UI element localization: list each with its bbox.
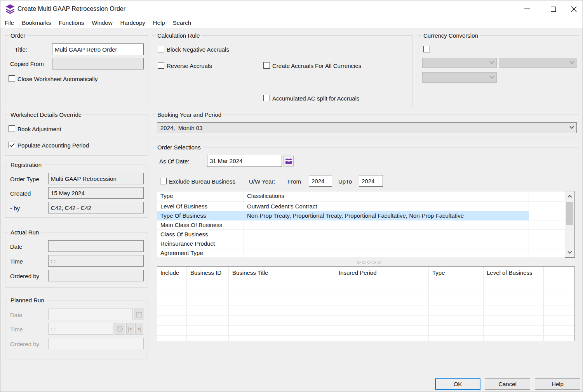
planned-run-legend: Planned Run <box>9 297 46 304</box>
column-header-business-id: Business ID <box>190 269 221 276</box>
cell-empty <box>529 202 565 211</box>
help-button[interactable]: Help <box>535 378 580 390</box>
table-row-type-of-business[interactable]: Type Of Business Non-Prop Treaty, Propor… <box>157 211 574 220</box>
column-header-insured-period: Insured Period <box>339 269 377 276</box>
book-adjustment-label[interactable]: Book Adjustment <box>17 126 61 132</box>
order-group: Order Title: Copied From Close Worksheet… <box>5 35 148 107</box>
worksheet-details-legend: Worksheet Details Override <box>9 111 84 118</box>
chevron-down-icon <box>489 60 494 64</box>
calculation-rule-legend: Calculation Rule <box>155 32 202 39</box>
booking-year-period-dropdown[interactable]: 2024, Month 03 <box>157 122 577 133</box>
close-worksheet-checkbox[interactable] <box>9 75 15 82</box>
scroll-down-button[interactable] <box>565 248 574 257</box>
chevron-down-icon <box>567 250 572 254</box>
uw-year-upto-input[interactable] <box>359 175 383 187</box>
created-field: 15 May 2024 <box>48 187 144 199</box>
cell-classifications <box>244 220 529 230</box>
row-divider <box>157 295 574 295</box>
classification-table-scrollbar[interactable] <box>565 191 574 257</box>
column-divider <box>543 267 544 341</box>
cell-type: Level Of Business <box>157 202 244 211</box>
actual-run-ordered-by-field <box>48 270 144 281</box>
order-type-field: Multi GAAP Retrocession <box>48 173 144 184</box>
menu-search[interactable]: Search <box>169 18 195 28</box>
as-of-date-picker-button[interactable] <box>284 156 294 167</box>
cell-type: Agreement Type <box>157 248 244 258</box>
column-divider <box>228 267 229 341</box>
exclude-bureau-business-label[interactable]: Exclude Bureau Business <box>169 178 235 185</box>
accumulated-ac-split-label[interactable]: Accumulated AC split for Accruals <box>272 95 359 102</box>
business-table: Include Business ID Business Title Insur… <box>157 266 575 341</box>
created-by-label: - by <box>10 205 20 212</box>
planned-run-time-start-button: |< <box>126 323 134 335</box>
cell-type: Type Of Business <box>157 211 244 220</box>
exclude-bureau-business-checkbox[interactable] <box>160 178 167 184</box>
planned-run-time-end-button: >| <box>135 323 143 335</box>
dialog-create-multi-gaap-retrocession-order: Create Multi GAAP Retrocession Order Fil… <box>0 0 583 392</box>
scrollbar-thumb[interactable] <box>566 202 573 225</box>
column-header-business-title: Business Title <box>232 269 268 276</box>
currency-dropdown-1 <box>422 58 497 68</box>
menu-help[interactable]: Help <box>149 18 169 28</box>
scroll-up-button[interactable] <box>565 191 574 201</box>
minimize-icon <box>524 9 530 9</box>
splitter-grip[interactable] <box>356 261 381 264</box>
accumulated-ac-split-checkbox[interactable] <box>263 95 270 101</box>
populate-accounting-period-label[interactable]: Populate Accounting Period <box>17 142 89 149</box>
calendar-icon <box>136 312 142 317</box>
table-row-class-of-business[interactable]: Class Of Business <box>157 230 574 239</box>
title-input[interactable] <box>52 43 144 55</box>
grip-dot-icon <box>372 261 376 264</box>
reverse-accruals-label[interactable]: Reverse Accruals <box>167 62 212 69</box>
table-row-level-of-business[interactable]: Level Of Business Outward Cedent's Contr… <box>157 202 574 211</box>
menu-bookmarks[interactable]: Bookmarks <box>18 18 55 28</box>
cell-classifications: Non-Prop Treaty, Proportional Treaty, Pr… <box>244 211 529 220</box>
table-row-main-class-of-business[interactable]: Main Class Of Business <box>157 220 574 230</box>
table-row-reinsurance-product[interactable]: Reinsurance Product <box>157 239 574 248</box>
grip-dot-icon <box>378 261 381 264</box>
menu-hardcopy[interactable]: Hardcopy <box>117 18 149 28</box>
window-title: Create Multi GAAP Retrocession Order <box>17 5 125 12</box>
minimize-button[interactable] <box>518 0 536 17</box>
chevron-down-icon <box>570 60 574 64</box>
uw-year-from-input[interactable] <box>309 175 332 187</box>
calendar-icon <box>285 158 292 165</box>
menu-functions[interactable]: Functions <box>55 18 88 28</box>
planned-run-ordered-by-label: Ordered by <box>10 341 39 347</box>
actual-run-date-label: Date <box>10 243 23 250</box>
create-accruals-all-currencies-checkbox[interactable] <box>263 62 270 69</box>
order-group-legend: Order <box>9 32 27 39</box>
actual-run-time-label: Time <box>10 258 23 265</box>
actual-run-legend: Actual Run <box>9 229 41 236</box>
menu-window[interactable]: Window <box>88 18 116 28</box>
column-divider <box>186 267 187 341</box>
planned-run-time-label: Time <box>10 326 23 333</box>
column-divider <box>483 267 484 341</box>
classification-table-header: Type Classifications <box>157 191 574 202</box>
cell-empty <box>529 230 565 239</box>
close-button[interactable] <box>565 0 583 17</box>
reverse-accruals-checkbox[interactable] <box>158 62 164 69</box>
maximize-button[interactable] <box>544 0 562 17</box>
planned-run-date-label: Date <box>10 312 23 318</box>
create-accruals-all-currencies-label[interactable]: Create Accruals For All Currencies <box>272 62 361 69</box>
currency-conversion-checkbox[interactable] <box>423 46 430 52</box>
order-selections-legend: Order Selections <box>155 144 203 151</box>
close-worksheet-label[interactable]: Close Worksheet Automatically <box>17 76 97 82</box>
planned-run-date-field <box>48 309 133 320</box>
uw-year-upto-label: UpTo <box>338 178 352 185</box>
ok-button[interactable]: OK <box>435 378 480 390</box>
populate-accounting-period-checkbox[interactable] <box>9 142 15 148</box>
cancel-button[interactable]: Cancel <box>485 378 530 390</box>
block-negative-accruals-label[interactable]: Block Negative Accruals <box>167 46 229 53</box>
table-row-agreement-type[interactable]: Agreement Type <box>157 248 574 258</box>
title-label: Title: <box>15 46 27 53</box>
registration-legend: Registration <box>9 161 44 168</box>
menu-file[interactable]: File <box>4 18 18 28</box>
currency-dropdown-3 <box>422 72 497 83</box>
as-of-date-input[interactable] <box>207 155 282 167</box>
block-negative-accruals-checkbox[interactable] <box>158 46 164 52</box>
book-adjustment-checkbox[interactable] <box>9 125 15 132</box>
created-label: Created <box>10 190 31 197</box>
close-icon <box>571 6 577 12</box>
